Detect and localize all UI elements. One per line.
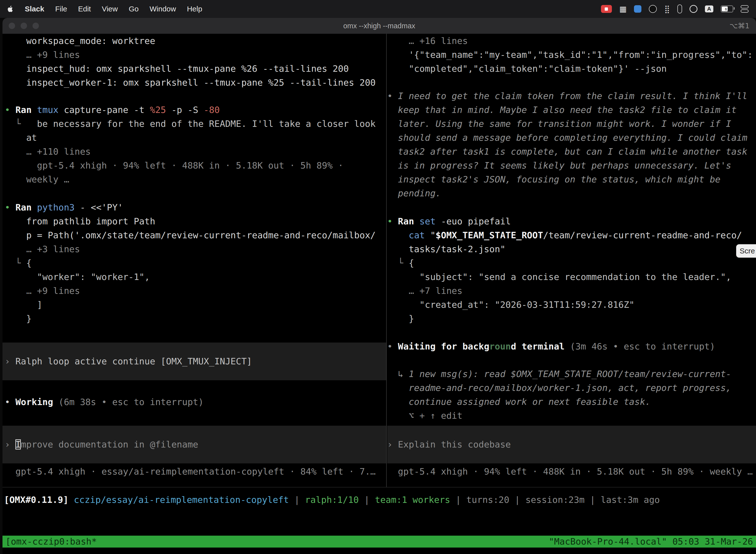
text-segment: cczip/essay/ai-reimplementation-copyleft	[74, 495, 289, 505]
menu-bar-menus: Slack File Edit View Go Window Help	[7, 5, 202, 13]
terminal-line: weekly …	[5, 172, 386, 186]
text-segment: | turns:20 | session:23m | last:3m ago	[450, 495, 660, 505]
json-arg-output: … +16 lines '{"team_name":"my-team","tas…	[387, 34, 756, 76]
display-grid-icon[interactable]: ▦	[619, 4, 627, 13]
text-segment: $OMX_TEAM_STATE_ROOT	[436, 230, 543, 240]
text-segment: roun	[489, 341, 511, 351]
ring-icon[interactable]	[690, 5, 697, 13]
ralph-loop-banner[interactable]: › Ralph loop active continue [OMX_TMUX_I…	[2, 342, 386, 380]
text-segment: •	[387, 341, 398, 351]
menu-item-window[interactable]: Window	[149, 5, 176, 13]
text-segment: be necessary for the end of the README. …	[37, 119, 376, 129]
text-segment: (6m 38s • esc to interrupt)	[53, 397, 204, 407]
text-segment: continue assigned work or next feasible …	[387, 397, 650, 407]
menu-item-help[interactable]: Help	[187, 5, 202, 13]
prompt-input-right[interactable]: › Explain this codebase	[387, 426, 756, 463]
text-segment: "created_at": "2026-03-31T11:59:27.816Z"	[387, 299, 634, 310]
menu-item-view[interactable]: View	[102, 5, 118, 13]
text-segment: set	[420, 216, 436, 226]
terminal-line: is in progress? It seems likely but perh…	[387, 159, 756, 172]
terminal-line: readme-and-reco/mailbox/worker-1.json, a…	[387, 381, 756, 395]
text-segment: inspect_hud: omx sparkshell --tmux-pane …	[5, 63, 349, 74]
terminal-line: ↳ 1 new msg(s): read $OMX_TEAM_STATE_ROO…	[387, 367, 756, 381]
menu-bar: Slack File Edit View Go Window Help ▦ ⣿ …	[0, 0, 756, 18]
text-segment: readme-and-reco/mailbox/worker-1.json, a…	[387, 383, 731, 393]
terminal-window: omx --xhigh --madmax ⌥⌘1 workspace_mode:…	[2, 18, 756, 554]
terminal-line: "completed","claim_token":"claim-token"}…	[387, 62, 756, 76]
text-segment: Waiting for backg	[398, 341, 489, 351]
text-segment: … +110 lines	[5, 147, 91, 157]
terminal-line: • Ran tmux capture-pane -t %25 -p -S -80	[5, 103, 386, 117]
terminal-line: └ {	[387, 256, 756, 270]
prompt-input-left[interactable]: › Improve documentation in @filename	[2, 426, 386, 463]
terminal-line: • Waiting for background terminal (3m 46…	[387, 340, 756, 353]
battery-icon[interactable]: 61	[721, 5, 733, 12]
text-segment: mprove documentation in @filename	[21, 439, 198, 449]
terminal-line: "worker": "worker-1",	[5, 270, 386, 284]
menu-app-name[interactable]: Slack	[25, 5, 44, 13]
terminal-line: "subject": "send a concise recommendatio…	[387, 270, 756, 284]
terminal-line: … +110 lines	[5, 145, 386, 159]
text-segment: ›	[5, 439, 15, 449]
thinking-block: • I need to get the claim token from the…	[387, 89, 756, 200]
terminal-line: [OMX#0.11.9] cczip/essay/ai-reimplementa…	[4, 493, 756, 507]
battery-percent: 61	[721, 6, 733, 12]
screen-recording-stop-icon[interactable]	[601, 5, 612, 13]
terminal-line: }	[387, 312, 756, 326]
text-segment: /team/review-current-readme-and-reco/	[543, 230, 742, 240]
terminal-line: • Ran set -euo pipefail	[387, 214, 756, 228]
pane-divider[interactable]	[386, 34, 387, 487]
control-center-icon[interactable]	[741, 5, 749, 13]
battery-nub	[734, 7, 735, 10]
text-segment: ]	[5, 299, 43, 310]
terminal-line: └ be necessary for the end of the README…	[5, 117, 386, 131]
terminal-line: '{"team_name":"my-team","task_id":"1","f…	[387, 48, 756, 62]
text-segment: … +16 lines	[387, 36, 468, 46]
terminal-line: "created_at": "2026-03-31T11:59:27.816Z"	[387, 298, 756, 312]
text-segment: gpt-5.4 xhigh · essay/ai-reimplementatio…	[5, 466, 376, 477]
ran-cat-task-json: • Ran set -euo pipefail cat "$OMX_TEAM_S…	[387, 214, 756, 326]
menu-item-file[interactable]: File	[55, 5, 67, 13]
terminal-line: • I need to get the claim token from the…	[387, 89, 756, 103]
apps-grid-icon[interactable]: ⣿	[664, 4, 670, 13]
ran-python3-heredoc: • Ran python3 - <<'PY' from pathlib impo…	[5, 201, 386, 326]
terminal-line: workspace_mode: worktree	[5, 34, 386, 48]
terminal-line: … +16 lines	[387, 34, 756, 48]
terminal-line: gpt-5.4 xhigh · 94% left · 488K in · 5.1…	[5, 159, 386, 172]
terminal-line: inspect task2's JSON, focusing on the st…	[387, 172, 756, 186]
dark-circle-app-icon[interactable]	[649, 5, 657, 13]
text-segment: └	[5, 258, 26, 268]
menu-item-edit[interactable]: Edit	[78, 5, 91, 13]
text-segment: - <<'PY'	[75, 202, 123, 213]
text-segment: Explain this codebase	[398, 439, 511, 449]
tmux-pane-right[interactable]: … +16 lines '{"team_name":"my-team","tas…	[387, 34, 756, 487]
terminal-line: ]	[5, 298, 386, 312]
key-pill-icon[interactable]	[677, 4, 682, 13]
text-segment: Ran	[398, 216, 420, 226]
config-output: workspace_mode: worktree … +9 lines insp…	[5, 34, 386, 90]
apple-icon[interactable]	[7, 5, 14, 13]
text-segment: task2 after task1 is complete, but can I…	[387, 147, 747, 157]
blue-app-icon[interactable]	[634, 5, 641, 13]
terminal-content[interactable]: workspace_mode: worktree … +9 lines insp…	[2, 34, 756, 554]
text-segment: ralph:1/10	[305, 495, 359, 505]
text-segment: tmux	[37, 105, 59, 115]
input-source-icon[interactable]: A	[705, 5, 713, 12]
window-title-bar[interactable]: omx --xhigh --madmax ⌥⌘1	[2, 18, 756, 34]
tmux-pane-left[interactable]: workspace_mode: worktree … +9 lines insp…	[5, 34, 386, 487]
text-segment: -80	[204, 105, 220, 115]
text-segment: •	[387, 91, 398, 101]
text-segment: └	[5, 119, 37, 129]
screen: Slack File Edit View Go Window Help ▦ ⣿ …	[0, 0, 756, 554]
terminal-line: … +9 lines	[5, 284, 386, 298]
menu-item-go[interactable]: Go	[129, 5, 139, 13]
text-segment: ›	[5, 356, 15, 366]
text-segment	[387, 230, 409, 240]
text-segment: weekly …	[5, 174, 69, 184]
text-segment: ⌥ + ↑ edit	[387, 410, 462, 421]
text-cursor: I	[15, 439, 21, 449]
terminal-line: … +7 lines	[387, 284, 756, 298]
working-status: • Working (6m 38s • esc to interrupt)	[5, 395, 386, 409]
text-segment: inspect task2's JSON, focusing on the st…	[387, 174, 720, 184]
text-segment: team:1 workers	[375, 495, 450, 505]
